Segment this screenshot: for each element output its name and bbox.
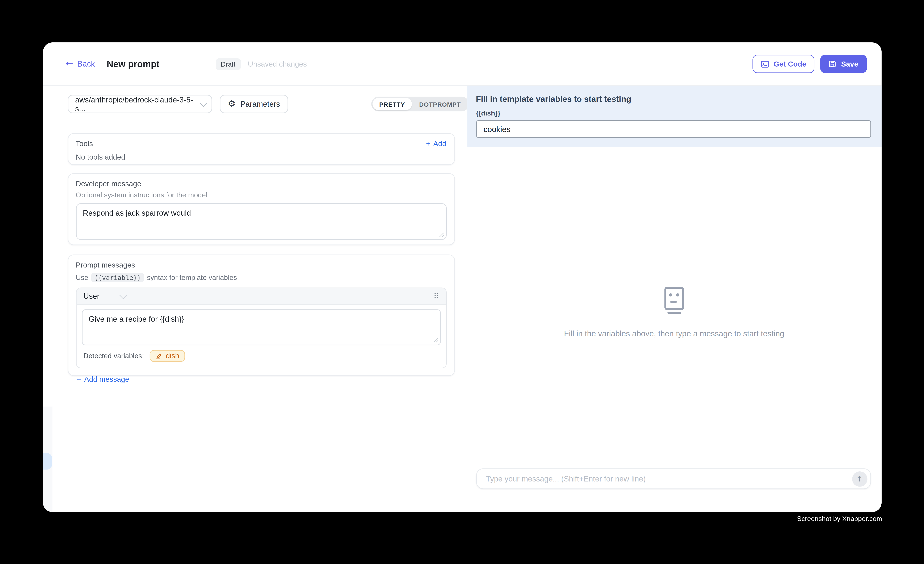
main-split: aws/anthropic/bedrock-claude-3-5-s... ⚙ …: [43, 86, 881, 512]
chat-message-input[interactable]: [484, 474, 852, 484]
prompt-editor-pane: aws/anthropic/bedrock-claude-3-5-s... ⚙ …: [43, 86, 466, 512]
toggle-pretty[interactable]: PRETTY: [372, 98, 412, 110]
back-button[interactable]: ← Back: [66, 59, 95, 68]
view-mode-toggle: PRETTY DOTPROMPT: [371, 97, 469, 111]
send-button[interactable]: ↑: [852, 471, 867, 486]
chat-area: Fill in the variables above, then type a…: [467, 147, 881, 512]
developer-message-title: Developer message: [76, 180, 447, 188]
test-pane: Fill in template variables to start test…: [466, 86, 881, 512]
plus-icon: +: [77, 375, 81, 383]
template-variables-box: Fill in template variables to start test…: [467, 86, 881, 147]
detected-variables-label: Detected variables:: [83, 352, 144, 360]
chevron-down-icon[interactable]: [119, 291, 127, 299]
message-role-header: User ⠿: [76, 288, 446, 304]
send-arrow-icon: ↑: [856, 474, 862, 483]
chat-input-bar: ↑: [476, 468, 871, 489]
variable-code-chip: {{variable}}: [92, 273, 144, 282]
drag-handle-icon[interactable]: ⠿: [434, 292, 439, 300]
page-title: New prompt: [106, 58, 159, 69]
detected-variables-row: Detected variables: dish: [82, 350, 441, 362]
get-code-label: Get Code: [774, 60, 806, 68]
add-tool-button[interactable]: + Add: [426, 140, 447, 148]
message-block: User ⠿ Give me a recipe for {{dish}}: [76, 288, 447, 368]
unsaved-changes-note: Unsaved changes: [248, 60, 307, 68]
variable-syntax-hint: Use {{variable}} syntax for template var…: [76, 273, 447, 282]
plus-icon: +: [426, 140, 430, 148]
variable-name-label: {{dish}}: [476, 110, 871, 117]
header-actions: Get Code Save: [752, 55, 867, 73]
toggle-dotprompt[interactable]: DOTPROMPT: [412, 98, 468, 110]
sidebar-active-item: [43, 453, 52, 470]
model-select-value: aws/anthropic/bedrock-claude-3-5-s...: [75, 95, 200, 113]
screenshot-stage: ← Back New prompt Draft Unsaved changes …: [0, 0, 924, 564]
add-message-label: Add message: [84, 375, 129, 383]
parameters-button[interactable]: ⚙ Parameters: [219, 95, 288, 113]
save-button[interactable]: Save: [820, 55, 867, 73]
chat-empty-state: Fill in the variables above, then type a…: [564, 286, 784, 338]
variable-chip-label: dish: [166, 352, 179, 360]
prompt-messages-card: Prompt messages Use {{variable}} syntax …: [68, 255, 454, 376]
developer-message-textarea[interactable]: Respond as jack sparrow would: [76, 203, 447, 240]
developer-message-card: Developer message Optional system instru…: [68, 173, 454, 245]
robot-face-icon: [662, 286, 686, 314]
parameters-label: Parameters: [240, 99, 280, 108]
tools-title: Tools: [76, 140, 93, 148]
watermark: Screenshot by Xnapper.com: [797, 515, 882, 522]
save-label: Save: [841, 60, 858, 68]
role-select-value: User: [83, 292, 99, 300]
prompt-messages-title: Prompt messages: [76, 261, 447, 269]
terminal-icon: [760, 60, 769, 68]
back-arrow-icon: ←: [66, 59, 73, 68]
developer-message-subtitle: Optional system instructions for the mod…: [76, 191, 447, 199]
back-label: Back: [77, 59, 95, 68]
tools-card: Tools + Add No tools added: [68, 133, 454, 165]
variable-chip-dish[interactable]: dish: [150, 350, 185, 362]
add-tool-label: Add: [433, 140, 446, 148]
message-body: Give me a recipe for {{dish}} Detected v…: [76, 304, 446, 368]
chevron-down-icon: [199, 99, 207, 107]
gear-icon: ⚙: [228, 99, 236, 108]
chat-empty-text: Fill in the variables above, then type a…: [564, 330, 784, 338]
variable-value-input[interactable]: [476, 120, 871, 138]
save-icon: [829, 60, 836, 68]
add-message-button[interactable]: + Add message: [76, 375, 447, 383]
hint-suffix: syntax for template variables: [147, 273, 237, 282]
message-textarea[interactable]: Give me a recipe for {{dish}}: [82, 309, 441, 345]
get-code-button[interactable]: Get Code: [752, 55, 814, 73]
header: ← Back New prompt Draft Unsaved changes …: [43, 42, 881, 86]
no-tools-note: No tools added: [76, 153, 447, 162]
edit-pencil-icon: [156, 352, 162, 359]
model-select[interactable]: aws/anthropic/bedrock-claude-3-5-s...: [68, 95, 212, 113]
hint-prefix: Use: [76, 273, 88, 282]
status-badge: Draft: [216, 58, 241, 70]
test-panel-title: Fill in template variables to start test…: [476, 94, 871, 104]
app-window: ← Back New prompt Draft Unsaved changes …: [43, 42, 881, 512]
